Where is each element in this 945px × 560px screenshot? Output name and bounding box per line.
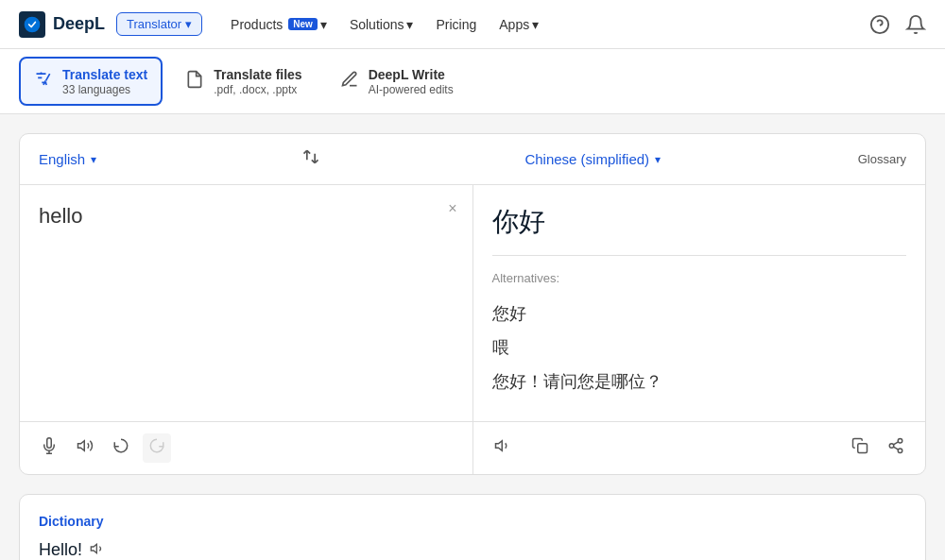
source-language-selector[interactable]: English ▾ <box>39 151 96 167</box>
dictionary-title: Dictionary <box>39 514 906 529</box>
target-language-selector[interactable]: Chinese (simplified) ▾ <box>524 151 661 167</box>
tab-translate-text-labels: Translate text 33 languages <box>62 66 147 96</box>
dict-entry-word: Hello! <box>39 540 82 560</box>
translator-button[interactable]: Translator ▾ <box>116 12 202 36</box>
source-language-label: English <box>39 151 85 167</box>
alt-2[interactable]: 喂 <box>492 331 907 365</box>
source-panel: × <box>20 185 473 474</box>
svg-point-9 <box>889 444 894 449</box>
clear-input-button[interactable]: × <box>448 200 456 217</box>
copy-button[interactable] <box>846 433 874 463</box>
deepl-write-icon <box>340 70 359 93</box>
translator-label: Translator <box>127 17 181 31</box>
navbar: DeepL Translator ▾ Products New ▾ Soluti… <box>0 0 945 49</box>
new-badge: New <box>288 18 318 30</box>
nav-apps[interactable]: Apps ▾ <box>490 11 548 38</box>
target-panel: 你好 Alternatives: 您好 喂 您好！请问您是哪位？ <box>473 185 926 474</box>
lang-bar: English ▾ Chinese (simplified) ▾ Glossar… <box>20 134 925 185</box>
tab-deepl-write-labels: DeepL Write AI-powered edits <box>369 66 454 96</box>
nav-products[interactable]: Products New ▾ <box>221 11 336 38</box>
target-panel-footer <box>473 421 926 474</box>
nav-items: Products New ▾ Solutions ▾ Pricing Apps … <box>221 11 869 38</box>
svg-marker-13 <box>91 545 96 553</box>
svg-line-11 <box>893 447 898 450</box>
logo-text: DeepL <box>53 14 105 34</box>
tab-translate-files-labels: Translate files .pdf, .docx, .pptx <box>214 66 301 96</box>
tab-translate-files-subtitle: .pdf, .docx, .pptx <box>214 83 301 96</box>
deepl-logo-icon <box>19 11 45 38</box>
tab-deepl-write-subtitle: AI-powered edits <box>369 83 454 96</box>
translation-panels: × <box>20 185 925 474</box>
nav-pricing[interactable]: Pricing <box>426 11 486 38</box>
alt-1[interactable]: 您好 <box>492 297 907 331</box>
tab-deepl-write-title: DeepL Write <box>369 66 454 83</box>
notifications-button[interactable] <box>905 14 926 35</box>
alternatives-label: Alternatives: <box>492 271 907 285</box>
target-lang-chevron: ▾ <box>655 153 661 166</box>
share-button[interactable] <box>882 433 910 463</box>
help-button[interactable] <box>869 14 890 35</box>
translator-container: English ▾ Chinese (simplified) ▾ Glossar… <box>19 133 926 475</box>
translation-main-text: 你好 <box>492 204 907 240</box>
tab-translate-text-subtitle: 33 languages <box>62 83 147 96</box>
tab-translate-text[interactable]: Translate text 33 languages <box>19 57 163 106</box>
chevron-down-icon: ▾ <box>185 17 192 31</box>
svg-marker-6 <box>495 441 502 451</box>
translate-files-icon <box>185 70 204 93</box>
speaker-button[interactable] <box>71 433 99 463</box>
svg-point-10 <box>898 449 902 453</box>
svg-point-0 <box>25 16 41 32</box>
tab-translate-files-title: Translate files <box>214 66 301 83</box>
tab-translate-files[interactable]: Translate files .pdf, .docx, .pptx <box>170 57 317 106</box>
dict-entry-speaker[interactable] <box>90 541 105 559</box>
dictionary-entry: Hello! <box>39 540 906 560</box>
target-speaker-button[interactable] <box>489 433 517 463</box>
glossary-button[interactable]: Glossary <box>858 152 906 166</box>
translation-output: 你好 Alternatives: 您好 喂 您好！请问您是哪位？ <box>473 185 926 421</box>
undo-button[interactable] <box>107 433 135 463</box>
alt-3[interactable]: 您好！请问您是哪位？ <box>492 365 907 399</box>
translate-text-icon <box>34 70 53 93</box>
tab-translate-text-title: Translate text <box>62 66 147 83</box>
tab-deepl-write[interactable]: DeepL Write AI-powered edits <box>325 57 469 106</box>
tabs-bar: Translate text 33 languages Translate fi… <box>0 49 945 114</box>
source-text-input[interactable] <box>20 185 472 421</box>
dictionary-section: Dictionary Hello! 哈咯 <box>19 494 926 560</box>
swap-languages-button[interactable] <box>294 144 328 175</box>
chevron-down-icon: ▾ <box>320 17 327 32</box>
mic-button[interactable] <box>35 433 63 463</box>
chevron-down-icon: ▾ <box>406 17 413 32</box>
nav-solutions[interactable]: Solutions ▾ <box>340 11 423 38</box>
svg-point-8 <box>898 439 902 444</box>
redo-button[interactable] <box>143 433 171 463</box>
source-lang-chevron: ▾ <box>91 153 96 166</box>
nav-right <box>869 14 926 35</box>
svg-rect-7 <box>858 444 868 453</box>
source-panel-footer <box>20 421 472 474</box>
logo: DeepL <box>19 11 105 38</box>
svg-marker-5 <box>78 441 85 451</box>
target-language-label: Chinese (simplified) <box>524 151 649 167</box>
chevron-down-icon: ▾ <box>532 17 539 32</box>
svg-line-12 <box>893 442 898 445</box>
